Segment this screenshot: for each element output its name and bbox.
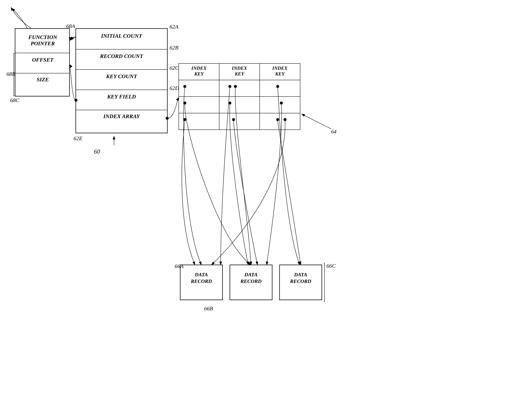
svg-point-24 bbox=[183, 102, 186, 104]
svg-point-28 bbox=[228, 102, 231, 104]
ref-68A: 68A bbox=[66, 23, 75, 29]
data-record-1-label: DATARECORD bbox=[180, 271, 222, 285]
svg-rect-11 bbox=[179, 80, 219, 97]
svg-rect-19 bbox=[260, 113, 300, 130]
svg-point-33 bbox=[284, 118, 286, 121]
ref-62B: 62B bbox=[170, 45, 178, 51]
ref-62D: 62D bbox=[170, 85, 179, 91]
svg-rect-18 bbox=[219, 113, 260, 130]
function-pointer-label: FUNCTIONPOINTER bbox=[17, 34, 69, 46]
svg-point-27 bbox=[234, 85, 237, 88]
svg-point-25 bbox=[183, 118, 186, 121]
initial-count-label: INITIAL COUNT bbox=[76, 33, 167, 39]
index-key-1-label: INDEXKEY bbox=[179, 65, 219, 77]
svg-rect-17 bbox=[179, 113, 219, 130]
svg-rect-13 bbox=[260, 80, 300, 97]
key-count-label: KEY COUNT bbox=[76, 73, 167, 79]
ref-66B: 66B bbox=[204, 305, 213, 312]
svg-point-26 bbox=[228, 85, 231, 88]
svg-point-29 bbox=[232, 118, 235, 121]
offset-label: OFFSET bbox=[17, 57, 69, 63]
data-record-2-label: DATARECORD bbox=[230, 271, 272, 285]
diagram: FUNCTIONPOINTER OFFSET SIZE INITIAL COUN… bbox=[0, 0, 532, 399]
index-key-3-label: INDEXKEY bbox=[260, 65, 300, 77]
size-label: SIZE bbox=[17, 76, 69, 83]
svg-rect-12 bbox=[219, 80, 260, 97]
key-field-label: KEY FIELD bbox=[76, 93, 167, 100]
ref-64: 64 bbox=[331, 129, 336, 135]
index-key-2-label: INDEXKEY bbox=[219, 65, 260, 77]
ref-62E: 62E bbox=[74, 135, 82, 142]
diagram-svg bbox=[0, 0, 532, 399]
data-record-3-label: DATARECORD bbox=[279, 271, 322, 285]
svg-point-32 bbox=[276, 118, 279, 121]
ref-62C: 62C bbox=[170, 65, 179, 71]
index-array-label: INDEX ARRAY bbox=[76, 113, 167, 119]
svg-rect-16 bbox=[260, 97, 300, 113]
record-count-label: RECORD COUNT bbox=[76, 53, 167, 59]
svg-point-23 bbox=[183, 85, 186, 88]
ref-68C: 68C bbox=[10, 97, 19, 103]
svg-point-30 bbox=[276, 85, 279, 88]
svg-rect-14 bbox=[179, 97, 219, 113]
svg-point-31 bbox=[280, 102, 283, 104]
svg-rect-15 bbox=[219, 97, 260, 113]
ref-60: 60 bbox=[94, 148, 100, 155]
ref-66A: 66A bbox=[175, 263, 184, 269]
ref-62A: 62A bbox=[170, 24, 178, 30]
ref-66C: 66C bbox=[326, 263, 336, 269]
ref-68B: 68B bbox=[6, 71, 15, 77]
